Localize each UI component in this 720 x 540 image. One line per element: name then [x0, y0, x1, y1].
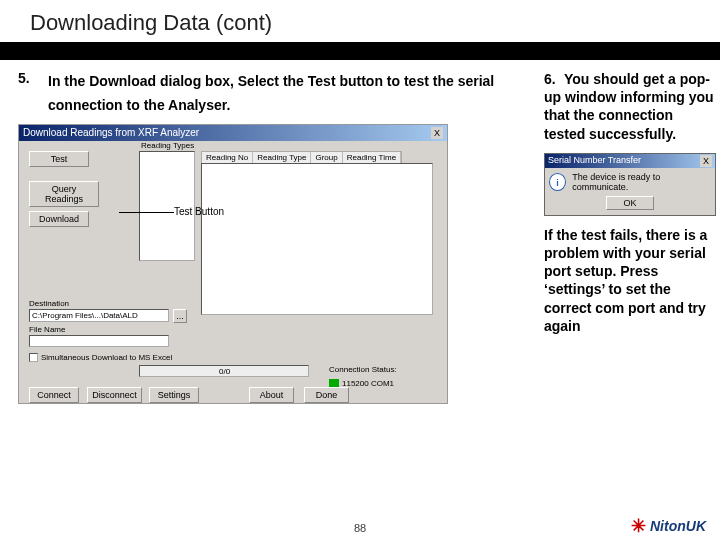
- popup-ok-button[interactable]: OK: [606, 196, 653, 210]
- content-area: 5. In the Download dialog box, Select th…: [0, 70, 720, 404]
- progress-text: 0/0: [219, 367, 230, 376]
- dialog-title: Download Readings from XRF Analyzer: [23, 127, 199, 139]
- step-6-text: You should get a pop-up window informing…: [544, 71, 714, 142]
- about-button[interactable]: About: [249, 387, 294, 403]
- destination-field[interactable]: C:\Program Files\...\Data\ALD: [29, 309, 169, 322]
- popup-buttons: OK: [545, 196, 715, 215]
- disconnect-button[interactable]: Disconnect: [87, 387, 142, 403]
- done-button[interactable]: Done: [304, 387, 349, 403]
- title-divider: [0, 42, 720, 60]
- excel-checkbox-label: Simultaneous Download to MS Excel: [41, 353, 172, 362]
- checkbox-icon: [29, 353, 38, 362]
- step-5-text: In the Download dialog box, Select the T…: [48, 70, 538, 118]
- col-reading-time: Reading Time: [343, 152, 401, 163]
- results-grid[interactable]: [201, 163, 433, 315]
- connection-status-label: Connection Status:: [329, 365, 397, 374]
- brand-name: NitonUK: [650, 518, 706, 534]
- col-reading-type: Reading Type: [253, 152, 311, 163]
- success-popup-screenshot: Serial Number Transfer X i The device is…: [544, 153, 716, 216]
- query-readings-button[interactable]: Query Readings: [29, 181, 99, 207]
- col-group: Group: [311, 152, 342, 163]
- left-column: 5. In the Download dialog box, Select th…: [18, 70, 538, 404]
- download-button[interactable]: Download: [29, 211, 89, 227]
- brand-logo: ✳ NitonUK: [631, 518, 706, 534]
- dialog-close-icon[interactable]: X: [431, 127, 443, 139]
- popup-title: Serial Number Transfer: [548, 155, 641, 167]
- step-5: 5. In the Download dialog box, Select th…: [18, 70, 538, 118]
- slide-title: Downloading Data (cont): [0, 0, 720, 42]
- right-column: 6.You should get a pop-up window informi…: [538, 70, 716, 404]
- excel-checkbox[interactable]: Simultaneous Download to MS Excel: [29, 353, 172, 362]
- test-button-callout: Test Button: [174, 206, 224, 217]
- step-5-number: 5.: [18, 70, 48, 118]
- dialog-body: Test Query Readings Download Reading Typ…: [19, 141, 447, 403]
- logo-mark-icon: ✳: [631, 519, 646, 533]
- popup-message: The device is ready to communicate.: [572, 172, 711, 192]
- step-6-block: 6.You should get a pop-up window informi…: [544, 70, 716, 143]
- connect-button[interactable]: Connect: [29, 387, 79, 403]
- info-icon: i: [549, 173, 566, 191]
- col-reading-no: Reading No: [202, 152, 253, 163]
- dialog-titlebar: Download Readings from XRF Analyzer X: [19, 125, 447, 141]
- page-number: 88: [0, 522, 720, 534]
- destination-label: Destination: [29, 299, 69, 308]
- popup-titlebar: Serial Number Transfer X: [545, 154, 715, 168]
- file-name-label: File Name: [29, 325, 65, 334]
- test-button[interactable]: Test: [29, 151, 89, 167]
- step-6-number: 6.: [544, 70, 564, 88]
- reading-types-label: Reading Types: [141, 141, 194, 150]
- browse-button[interactable]: ...: [173, 309, 187, 323]
- settings-button[interactable]: Settings: [149, 387, 199, 403]
- download-dialog-screenshot: Download Readings from XRF Analyzer X Te…: [18, 124, 448, 404]
- fail-text-block: If the test fails, there is a problem wi…: [544, 226, 716, 335]
- fail-text: If the test fails, there is a problem wi…: [544, 227, 707, 334]
- file-name-field[interactable]: [29, 335, 169, 347]
- popup-close-icon[interactable]: X: [700, 155, 712, 167]
- popup-body: i The device is ready to communicate.: [545, 168, 715, 196]
